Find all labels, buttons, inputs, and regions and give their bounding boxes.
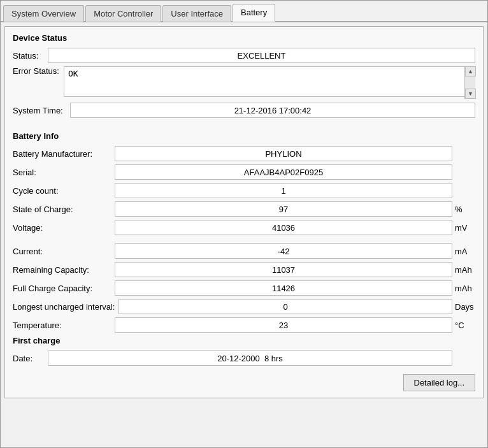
manufacturer-row: Battery Manufacturer: (13, 146, 475, 161)
current-row: Current: mA (13, 243, 475, 259)
error-status-label: Error Status: (13, 66, 64, 76)
status-label: Status: (13, 51, 48, 61)
main-window: System Overview Motor Controller User In… (0, 0, 488, 448)
tab-user-interface[interactable]: User Interface (162, 5, 231, 22)
error-status-row: Error Status: ▲ ▼ (13, 66, 475, 99)
scroll-arrows: ▲ ▼ (464, 66, 475, 99)
date-row: Date: (13, 350, 475, 366)
full-charge-input[interactable] (115, 280, 452, 296)
serial-label: Serial: (13, 168, 115, 177)
manufacturer-label: Battery Manufacturer: (13, 149, 115, 159)
status-input[interactable] (48, 48, 475, 63)
uncharged-interval-unit: Days (452, 302, 475, 312)
remaining-capacity-label: Remaining Capacity: (13, 265, 115, 275)
date-input[interactable] (48, 350, 452, 366)
serial-input[interactable] (115, 164, 452, 180)
full-charge-label: Full Charge Capacity: (13, 284, 115, 293)
error-status-textarea[interactable] (64, 66, 475, 97)
content-area: Device Status Status: Error Status: ▲ ▼ … (4, 26, 484, 398)
voltage-row: Voltage: mV (13, 220, 475, 235)
system-time-input[interactable] (70, 103, 475, 118)
status-row: Status: (13, 48, 475, 63)
soc-input[interactable] (115, 201, 452, 217)
serial-row: Serial: (13, 164, 475, 180)
tab-battery[interactable]: Battery (233, 4, 275, 22)
temperature-label: Temperature: (13, 321, 115, 330)
uncharged-interval-input[interactable] (118, 299, 452, 314)
cycle-count-input[interactable] (115, 183, 452, 198)
tab-bar: System Overview Motor Controller User In… (1, 1, 487, 22)
manufacturer-input[interactable] (115, 146, 452, 161)
voltage-label: Voltage: (13, 223, 115, 233)
remaining-capacity-unit: mAh (452, 265, 475, 275)
full-charge-unit: mAh (452, 284, 475, 293)
current-unit: mA (452, 247, 475, 256)
system-time-row: System Time: (13, 103, 475, 118)
uncharged-interval-label: Longest uncharged interval: (13, 302, 118, 312)
system-time-label: System Time: (13, 106, 70, 115)
temperature-input[interactable] (115, 317, 452, 333)
date-label: Date: (13, 354, 48, 363)
cycle-count-label: Cycle count: (13, 186, 115, 196)
first-charge-header: First charge (13, 336, 475, 345)
scroll-down-arrow[interactable]: ▼ (465, 89, 476, 99)
soc-label: State of Charge: (13, 205, 115, 214)
temperature-unit: °C (452, 321, 475, 330)
temperature-row: Temperature: °C (13, 317, 475, 333)
remaining-capacity-row: Remaining Capacity: mAh (13, 262, 475, 277)
voltage-unit: mV (452, 223, 475, 233)
device-status-header: Device Status (13, 33, 475, 43)
battery-info-header: Battery Info (13, 131, 475, 141)
error-status-wrapper: ▲ ▼ (64, 66, 475, 99)
soc-row: State of Charge: % (13, 201, 475, 217)
current-label: Current: (13, 247, 115, 256)
tab-motor-controller[interactable]: Motor Controller (85, 5, 161, 22)
uncharged-interval-row: Longest uncharged interval: Days (13, 299, 475, 314)
button-area: Detailed log... (13, 369, 475, 391)
current-input[interactable] (115, 243, 452, 259)
scroll-up-arrow[interactable]: ▲ (465, 66, 476, 76)
remaining-capacity-input[interactable] (115, 262, 452, 277)
cycle-count-row: Cycle count: (13, 183, 475, 198)
detailed-log-button[interactable]: Detailed log... (403, 374, 476, 391)
soc-unit: % (452, 205, 475, 214)
tab-system-overview[interactable]: System Overview (3, 5, 84, 22)
voltage-input[interactable] (115, 220, 452, 235)
full-charge-row: Full Charge Capacity: mAh (13, 280, 475, 296)
